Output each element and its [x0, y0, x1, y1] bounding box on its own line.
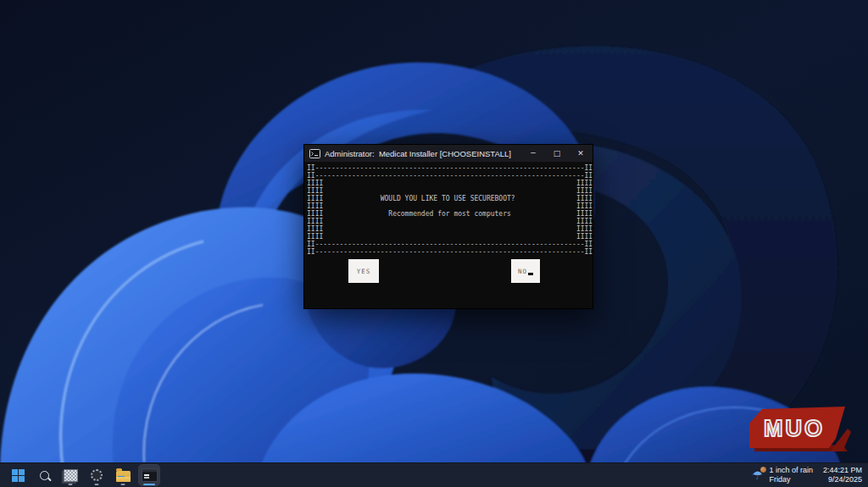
clock[interactable]: 2:44:21 PM 9/24/2025: [823, 466, 862, 484]
taskbar: ☂ 1 inch of rain Friday 2:44:21 PM 9/24/…: [0, 462, 868, 487]
desktop: MUO Administrator: Medicat Installer [CH…: [0, 0, 868, 487]
checkered-app-icon: [64, 469, 78, 482]
window-title: Administrator: Medicat Installer [CHOOSE…: [325, 149, 517, 158]
taskbar-app-checkered[interactable]: [60, 465, 81, 485]
weather-badge: [760, 466, 767, 473]
active-app-indicator: [143, 484, 155, 486]
weather-condition: 1 inch of rain: [769, 466, 813, 475]
tray-date: 9/24/2025: [823, 475, 862, 484]
taskbar-app-round[interactable]: [86, 465, 107, 485]
weather-day: Friday: [769, 475, 813, 484]
system-tray: ☂ 1 inch of rain Friday 2:44:21 PM 9/24/…: [749, 463, 862, 487]
window-controls: ─ □ ✕: [521, 145, 593, 162]
text-cursor: [528, 273, 533, 275]
console-content[interactable]: II--------------------------------------…: [304, 162, 593, 308]
folder-icon: [116, 471, 131, 482]
running-indicator: [95, 484, 99, 485]
running-indicator: [69, 484, 73, 485]
yes-button[interactable]: YES: [348, 259, 379, 283]
minimize-button[interactable]: ─: [521, 145, 545, 162]
console-window: Administrator: Medicat Installer [CHOOSE…: [303, 144, 593, 309]
ascii-art: II--------------------------------------…: [304, 162, 593, 256]
console-titlebar[interactable]: Administrator: Medicat Installer [CHOOSE…: [304, 145, 593, 162]
no-button[interactable]: NO: [511, 259, 540, 283]
start-button[interactable]: [8, 465, 28, 485]
weather-text: 1 inch of rain Friday: [769, 466, 813, 484]
yes-button-label: YES: [357, 268, 371, 275]
umbrella-rain-icon: ☂: [749, 468, 765, 483]
search-icon: [40, 471, 49, 480]
muo-logo-text: MUO: [764, 416, 825, 441]
file-explorer-button[interactable]: [113, 465, 133, 485]
no-button-label: NO: [518, 268, 527, 275]
running-indicator: [121, 484, 125, 485]
taskbar-pinned-apps: [0, 465, 159, 485]
tray-time: 2:44:21 PM: [823, 466, 862, 475]
close-button[interactable]: ✕: [569, 145, 593, 162]
search-button[interactable]: [34, 465, 54, 485]
round-app-icon: [91, 469, 103, 481]
terminal-button[interactable]: [139, 465, 159, 485]
muo-logo: MUO: [748, 405, 858, 456]
windows-logo-icon: [12, 469, 25, 482]
terminal-icon: [142, 468, 158, 482]
cmd-icon: [309, 149, 320, 158]
weather-widget[interactable]: ☂ 1 inch of rain Friday: [749, 466, 813, 484]
maximize-button[interactable]: □: [545, 145, 569, 162]
